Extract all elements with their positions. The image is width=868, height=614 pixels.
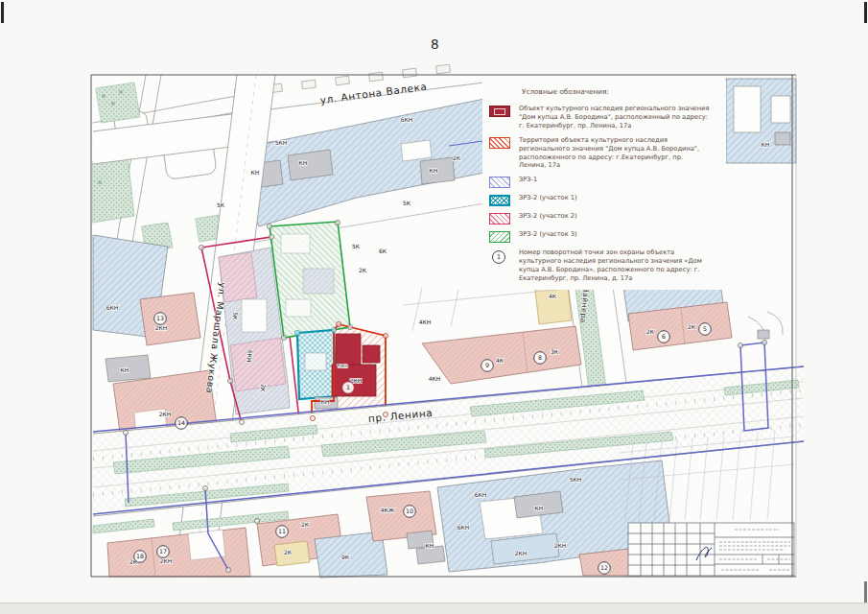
legend-item-label: ЗРЗ-2 (участок 1) <box>519 194 712 202</box>
title-block <box>628 523 794 576</box>
building-label: 5К <box>217 201 225 208</box>
legend-item-label: ЗРЗ-1 <box>519 176 712 184</box>
building-label: 2К <box>284 549 293 555</box>
building-label: 6КН <box>457 524 470 531</box>
circled-number: 9 <box>481 360 494 372</box>
zrz2-uchastok3-swatch <box>489 231 510 243</box>
building-label: 2КН <box>155 324 168 331</box>
svg-text:10: 10 <box>406 508 413 514</box>
building-label: 3К <box>551 348 559 355</box>
vertex-point <box>336 221 340 225</box>
turning-point-badge: 1 <box>492 250 505 264</box>
building-label: 4К <box>496 357 504 364</box>
heritage-object-building <box>336 334 361 365</box>
svg-text:6: 6 <box>662 333 666 340</box>
building-label: 5КН <box>275 139 288 146</box>
svg-text:18: 18 <box>136 553 144 559</box>
building-label: 5К <box>403 200 411 206</box>
legend-item-label: Номер поворотной точки зон охраны объект… <box>519 248 712 283</box>
building-label: КН <box>251 169 260 176</box>
legend-item-zrz-2-3: ЗРЗ-2 (участок 3) <box>489 230 726 243</box>
vertex-point <box>203 486 208 491</box>
page-number: 8 <box>431 36 439 52</box>
vertex-point <box>384 334 388 339</box>
legend-title: Условные обозначения: <box>522 87 726 96</box>
vertex-point <box>268 224 272 229</box>
svg-text:11: 11 <box>278 528 286 534</box>
building-label: 2К <box>646 328 655 335</box>
circled-number: 6 <box>658 331 670 343</box>
vertex-point <box>228 379 233 384</box>
zrz1-swatch <box>489 177 510 188</box>
vertex-point <box>295 331 300 336</box>
building-label: 2К <box>359 267 367 273</box>
zone-zrz2-uchastok-3 <box>270 222 350 338</box>
circled-number: 18 <box>134 551 147 563</box>
legend-item-heritage-object: Объект культурного наследия региональног… <box>489 105 726 130</box>
building-label: КН <box>762 141 770 148</box>
building-label: 6КН <box>475 491 487 498</box>
building-label: КН <box>321 398 330 405</box>
scan-edge-band <box>0 602 868 614</box>
circled-number: 14 <box>176 417 188 430</box>
vertex-point <box>240 420 245 425</box>
svg-text:5: 5 <box>703 325 707 332</box>
legend-item-zrz-1: ЗРЗ-1 <box>489 176 726 188</box>
legend-item-label: ЗРЗ-2 (участок 3) <box>519 230 712 239</box>
building-label: 4КН <box>419 319 432 325</box>
scan-mark-top-left <box>1 2 4 23</box>
svg-text:9: 9 <box>485 362 489 368</box>
legend-item-label: Объект культурного наследия региональног… <box>519 105 712 130</box>
building-label: 6К <box>379 248 387 254</box>
site-plan-map: 5КН6КНКНКНКН2К5К5К5К6К2К6КН2КНКН2КН5К6КН… <box>0 0 868 614</box>
zrz2-uchastok1-swatch <box>489 195 510 206</box>
vertex-point <box>270 235 274 240</box>
building-label: 2КН <box>160 557 173 564</box>
heritage-object-swatch <box>489 106 510 117</box>
svg-text:14: 14 <box>177 419 185 426</box>
building-label: 5КН <box>570 476 582 483</box>
vertex-point <box>311 416 316 421</box>
scan-mark-bottom-right <box>864 581 867 602</box>
circled-number: 1 <box>342 382 355 394</box>
circled-number: 12 <box>598 562 611 575</box>
heritage-territory-swatch <box>489 137 510 149</box>
circled-number: 5 <box>699 323 712 336</box>
vertex-point <box>199 246 204 250</box>
building-label: 9К <box>341 554 350 560</box>
building-label: 6КН <box>106 304 119 311</box>
zone-zrz2-uchastok-1 <box>297 330 336 399</box>
legend-item-heritage-territory: Территория объекта культурного наследия … <box>489 136 726 171</box>
building-label: КН <box>535 505 544 511</box>
building-label: 4КН <box>429 375 441 382</box>
vertex-point <box>739 343 743 348</box>
zrz2-uchastok2-swatch <box>489 213 510 224</box>
legend-item-label: ЗРЗ-2 (участок 2) <box>519 212 712 221</box>
svg-text:17: 17 <box>159 548 167 555</box>
vertex-point <box>332 328 337 333</box>
vertex-point <box>226 568 231 573</box>
building-label: 2КН <box>159 411 172 417</box>
map-legend: Условные обозначения: Объект культурного… <box>482 81 726 290</box>
vertex-point <box>255 519 260 524</box>
vertex-point <box>762 341 767 345</box>
vertex-point <box>337 322 341 327</box>
legend-item-zrz-2-2: ЗРЗ-2 (участок 2) <box>489 212 726 224</box>
legend-item-turning-point: 1 Номер поворотной точки зон охраны объе… <box>489 248 726 283</box>
scanned-page: 5КН6КНКНКНКН2К5К5К5К6К2К6КН2КНКН2КН5К6КН… <box>0 0 868 614</box>
building-label: 2КН <box>554 542 567 549</box>
building-label: 2К <box>453 154 461 161</box>
scan-mark-top-right <box>864 2 867 23</box>
legend-item-zrz-2-1: ЗРЗ-2 (участок 1) <box>489 194 726 206</box>
legend-item-label: Территория объекта культурного наследия … <box>519 136 712 171</box>
building-label: КН <box>299 159 308 166</box>
building-label: 5К <box>352 243 361 249</box>
building-label: 6КН <box>401 116 413 123</box>
vertex-point <box>348 325 353 330</box>
vertex-point <box>282 336 287 341</box>
building-label: КН <box>430 167 438 174</box>
circled-number: 11 <box>276 526 289 538</box>
circled-number: 10 <box>404 506 416 518</box>
building-label: КН <box>121 366 129 373</box>
circled-number: 8 <box>534 352 547 365</box>
